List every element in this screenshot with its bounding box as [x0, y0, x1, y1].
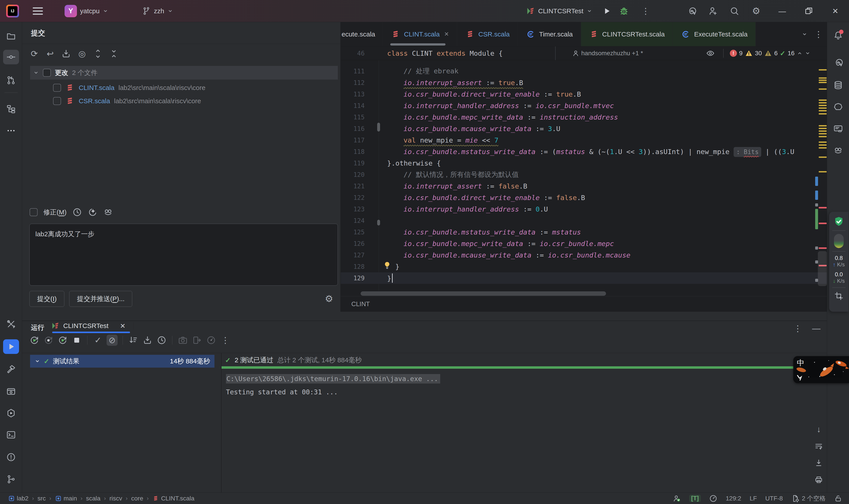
tool-window-button-structure[interactable]	[3, 102, 19, 116]
changes-checkbox[interactable]	[43, 69, 51, 77]
warning-mark[interactable]	[819, 130, 827, 132]
export-test-results-button[interactable]	[192, 335, 202, 346]
added-lines-mark[interactable]	[815, 209, 818, 229]
rollback-button[interactable]: ↩	[45, 48, 56, 59]
indent-setting[interactable]: 2 个空格	[791, 494, 826, 503]
line-number[interactable]: 127	[341, 252, 365, 259]
gauge-button[interactable]	[205, 335, 217, 346]
settings-button[interactable]: ⚙	[751, 6, 761, 16]
tool-window-button-dev-tools[interactable]	[3, 317, 19, 331]
file-checkbox[interactable]	[53, 84, 61, 92]
change-mark[interactable]	[815, 177, 818, 186]
more-options-button[interactable]: ⋮	[220, 335, 231, 346]
warning-mark[interactable]	[819, 107, 827, 109]
warning-mark[interactable]	[819, 77, 827, 79]
tab-Timer.scala[interactable]: Timer.scala	[518, 22, 581, 46]
import-tests-button[interactable]	[142, 335, 153, 346]
hide-tool-window-icon[interactable]: —	[811, 324, 821, 334]
tool-window-button-run[interactable]	[3, 339, 19, 354]
code-line-127[interactable]: 127io.csr_bundle.mcause_write_data := io…	[341, 249, 827, 261]
warning-mark[interactable]	[819, 102, 827, 104]
line-number[interactable]: 124	[341, 217, 365, 224]
show-ignored-button[interactable]: ⊘	[107, 335, 118, 346]
change-mark[interactable]	[815, 191, 818, 200]
warning-mark[interactable]	[819, 88, 827, 90]
branch-selector[interactable]: zzh	[142, 7, 173, 16]
warning-mark[interactable]	[819, 69, 827, 71]
line-number[interactable]: 115	[341, 114, 365, 121]
toggle-auto-test-button[interactable]	[57, 335, 68, 346]
collapse-all-button[interactable]	[108, 48, 120, 59]
tab-CSR.scala[interactable]: CSR.scala	[457, 22, 518, 46]
line-number[interactable]: 118	[341, 148, 365, 156]
sort-by-duration-button[interactable]	[128, 335, 139, 346]
tool-window-button-project[interactable]	[3, 29, 19, 43]
run-panel-options-kebab-icon[interactable]: ⋮	[793, 324, 802, 334]
performance-gauge-icon[interactable]	[709, 494, 718, 503]
code-line-115[interactable]: 115io.csr_bundle.mepc_write_data := inst…	[341, 111, 827, 123]
error-stripe[interactable]	[814, 60, 827, 291]
line-number[interactable]: 111	[341, 68, 365, 75]
code-line-126[interactable]: 126io.csr_bundle.mepc_write_data := io.c…	[341, 238, 827, 249]
vertical-scrollbar-thumb[interactable]	[818, 251, 827, 286]
tab-CLINTCSRTest.scala[interactable]: CLINTCSRTest.scala	[581, 22, 673, 46]
breadcrumb-item-CLINT.scala[interactable]: CLINT.scala	[152, 495, 194, 502]
tool-window-button-database[interactable]	[830, 78, 846, 92]
line-number[interactable]: 121	[341, 183, 365, 190]
breadcrumb-item-main[interactable]: main	[55, 495, 77, 502]
test-history-button[interactable]	[156, 335, 167, 346]
tool-window-button-commit[interactable]	[3, 50, 19, 64]
code-with-me-button[interactable]	[708, 6, 718, 16]
test-console-pane[interactable]: ✓ 2 测试已通过 总计 2 个测试, 14秒 884毫秒 C:\Users\2…	[221, 353, 827, 492]
line-number[interactable]: 125	[341, 229, 365, 236]
run-configuration-selector[interactable]: CLINTCSRTest	[526, 6, 592, 16]
tool-window-button-more-tool-windows[interactable]	[3, 123, 19, 138]
rerun-button[interactable]	[29, 335, 40, 346]
run-tab[interactable]: CLINTCSRTest ✕	[51, 321, 134, 330]
error-mark[interactable]	[819, 222, 827, 224]
more-actions-button[interactable]: ⋮	[641, 6, 650, 16]
code-line-111[interactable]: 111// 处理 ebreak	[341, 66, 827, 77]
line-number[interactable]: 116	[341, 125, 365, 132]
search-everywhere-button[interactable]	[729, 6, 739, 16]
tab-options-kebab-icon[interactable]: ⋮	[814, 30, 823, 39]
stop-button[interactable]	[71, 335, 82, 346]
refresh-button[interactable]: ⟳	[29, 48, 40, 59]
tool-window-button-notifications[interactable]	[830, 28, 846, 43]
horizontal-scrollbar[interactable]	[361, 291, 606, 296]
console-line[interactable]: Testing started at 00:31 ...	[226, 385, 811, 399]
inspections-widget[interactable]: ! 9 30 6 ✓ 16	[730, 47, 811, 60]
intention-lightbulb-icon[interactable]	[383, 261, 392, 271]
minimize-button[interactable]: —	[777, 7, 787, 15]
warning-mark[interactable]	[819, 79, 827, 81]
tool-window-button-version-control[interactable]	[3, 472, 19, 487]
changes-group-row[interactable]: 更改 2 个文件	[30, 66, 338, 79]
line-number[interactable]: 112	[341, 79, 365, 86]
code-line-120[interactable]: 120// 默认情况，所有信号都设为默认值	[341, 169, 827, 180]
hidden-tabs-chevron-icon[interactable]	[802, 31, 808, 37]
tool-window-button-problems[interactable]	[3, 450, 19, 464]
commit-and-push-button[interactable]: 提交并推送(P)...	[69, 291, 132, 307]
info-mark[interactable]	[815, 203, 818, 206]
history-icon[interactable]	[72, 208, 82, 217]
previous-problem-chevron-icon[interactable]	[797, 50, 802, 56]
code-line-128[interactable]: 128}	[341, 261, 827, 272]
code-vision-authors[interactable]: handsomezhuzhu +1 *	[572, 47, 643, 60]
line-number[interactable]: 119	[341, 160, 365, 167]
tab-ExecuteTest.scala[interactable]: ExecuteTest.scala	[673, 22, 756, 46]
close-icon[interactable]: ✕	[112, 322, 134, 330]
camera-button[interactable]	[177, 335, 188, 346]
file-encoding[interactable]: UTF-8	[765, 495, 783, 502]
line-number[interactable]: 129	[341, 274, 365, 282]
tool-window-button-services[interactable]	[3, 384, 19, 399]
code-line-121[interactable]: 121io.interrupt_assert := false.B	[341, 180, 827, 192]
print-button[interactable]	[813, 474, 824, 485]
tool-window-button-build[interactable]	[3, 362, 19, 377]
line-separator[interactable]: LF	[750, 495, 757, 502]
console-line[interactable]: C:\Users\26586\.jdks\temurin-17.0.16\bin…	[226, 372, 811, 385]
tool-window-button-ui-preview[interactable]	[830, 122, 846, 136]
breadcrumb-item-src[interactable]: src	[38, 495, 46, 502]
close-button[interactable]: ✕	[830, 7, 840, 16]
warning-mark[interactable]	[819, 144, 827, 146]
line-number[interactable]: 113	[341, 91, 365, 98]
